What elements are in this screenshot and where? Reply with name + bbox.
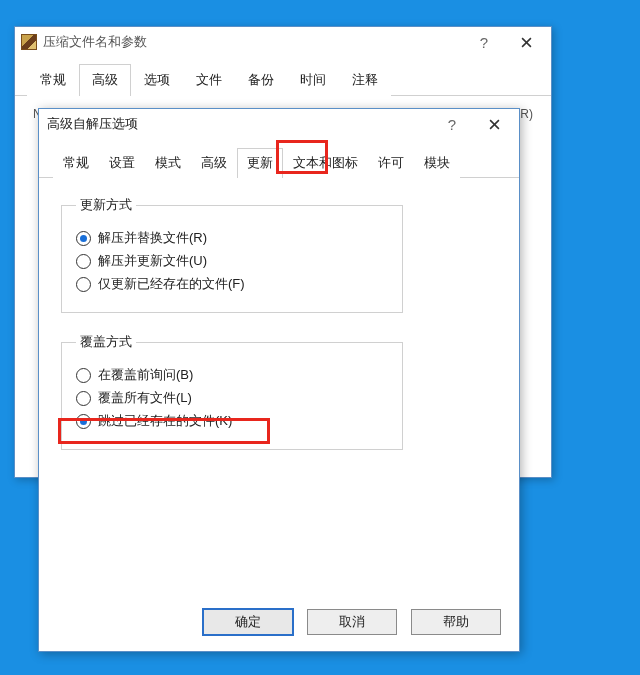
radio-icon: [76, 277, 91, 292]
tab-content: 更新方式 解压并替换文件(R) 解压并更新文件(U) 仅更新已经存在的文件(F)…: [39, 178, 519, 597]
titlebar[interactable]: 压缩文件名和参数 ?: [15, 27, 551, 57]
close-icon: [489, 119, 500, 130]
radio-icon: [76, 414, 91, 429]
tab-texticon[interactable]: 文本和图标: [283, 148, 368, 178]
radio-label: 在覆盖前询问(B): [98, 366, 193, 384]
help-button[interactable]: ?: [431, 111, 473, 137]
radio-icon: [76, 254, 91, 269]
radio-label: 跳过已经存在的文件(K): [98, 412, 232, 430]
tab-advanced[interactable]: 高级: [79, 64, 131, 96]
close-button[interactable]: [473, 111, 515, 137]
titlebar[interactable]: 高级自解压选项 ?: [39, 109, 519, 139]
tab-comment[interactable]: 注释: [339, 64, 391, 96]
update-mode-group: 更新方式 解压并替换文件(R) 解压并更新文件(U) 仅更新已经存在的文件(F): [61, 196, 403, 313]
button-row: 确定 取消 帮助: [39, 597, 519, 651]
radio-extract-update[interactable]: 解压并更新文件(U): [76, 252, 388, 270]
radio-label: 覆盖所有文件(L): [98, 389, 192, 407]
radio-icon: [76, 391, 91, 406]
overwrite-mode-group: 覆盖方式 在覆盖前询问(B) 覆盖所有文件(L) 跳过已经存在的文件(K): [61, 333, 403, 450]
window-title: 压缩文件名和参数: [43, 33, 463, 51]
radio-skip-existing[interactable]: 跳过已经存在的文件(K): [76, 412, 388, 430]
radio-update-existing[interactable]: 仅更新已经存在的文件(F): [76, 275, 388, 293]
tab-bar: 常规 高级 选项 文件 备份 时间 注释: [15, 57, 551, 96]
radio-extract-replace[interactable]: 解压并替换文件(R): [76, 229, 388, 247]
group-legend: 覆盖方式: [76, 333, 136, 351]
radio-overwrite-all[interactable]: 覆盖所有文件(L): [76, 389, 388, 407]
radio-icon: [76, 231, 91, 246]
group-legend: 更新方式: [76, 196, 136, 214]
tab-general[interactable]: 常规: [53, 148, 99, 178]
tab-bar: 常规 设置 模式 高级 更新 文本和图标 许可 模块: [39, 139, 519, 178]
tab-advanced[interactable]: 高级: [191, 148, 237, 178]
tab-options[interactable]: 选项: [131, 64, 183, 96]
sfx-advanced-dialog: 高级自解压选项 ? 常规 设置 模式 高级 更新 文本和图标 许可 模块 更新方…: [38, 108, 520, 652]
radio-label: 仅更新已经存在的文件(F): [98, 275, 245, 293]
tab-files[interactable]: 文件: [183, 64, 235, 96]
app-icon: [21, 34, 37, 50]
cancel-button[interactable]: 取消: [307, 609, 397, 635]
tab-general[interactable]: 常规: [27, 64, 79, 96]
tab-update[interactable]: 更新: [237, 148, 283, 178]
radio-label: 解压并替换文件(R): [98, 229, 207, 247]
tab-module[interactable]: 模块: [414, 148, 460, 178]
tab-license[interactable]: 许可: [368, 148, 414, 178]
radio-label: 解压并更新文件(U): [98, 252, 207, 270]
tab-time[interactable]: 时间: [287, 64, 339, 96]
window-title: 高级自解压选项: [45, 115, 431, 133]
close-icon: [521, 37, 532, 48]
ok-button[interactable]: 确定: [203, 609, 293, 635]
help-button[interactable]: 帮助: [411, 609, 501, 635]
tab-backup[interactable]: 备份: [235, 64, 287, 96]
tab-mode[interactable]: 模式: [145, 148, 191, 178]
help-button[interactable]: ?: [463, 29, 505, 55]
tab-setup[interactable]: 设置: [99, 148, 145, 178]
radio-ask-before[interactable]: 在覆盖前询问(B): [76, 366, 388, 384]
radio-icon: [76, 368, 91, 383]
close-button[interactable]: [505, 29, 547, 55]
